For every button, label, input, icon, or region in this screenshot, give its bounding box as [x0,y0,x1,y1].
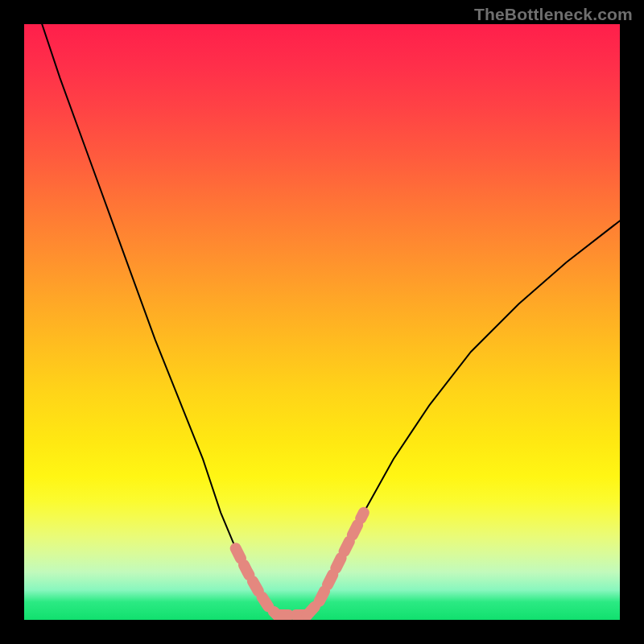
right-curve [308,221,621,615]
watermark-text: TheBottleneck.com [474,5,633,24]
left-curve [42,24,277,615]
beads-left-icon [236,548,278,615]
curve-layer [24,24,620,620]
plot-area [24,24,620,620]
beads-right-icon [308,513,364,615]
chart-stage: TheBottleneck.com [0,0,644,644]
